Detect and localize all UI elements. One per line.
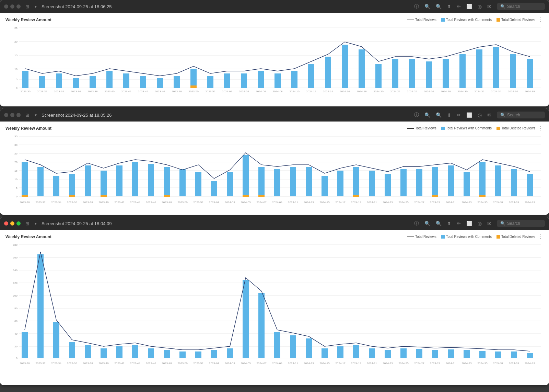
svg-rect-16 — [90, 76, 96, 88]
chart-more-icon-2[interactable]: ⋮ — [538, 125, 544, 131]
traffic-light-maximize-1[interactable] — [16, 4, 21, 9]
svg-text:160: 160 — [13, 256, 18, 259]
svg-rect-203 — [290, 335, 296, 358]
svg-rect-94 — [53, 176, 59, 196]
chart-title-3: Weekly Review Amount — [5, 234, 51, 239]
search-bar-3[interactable]: 🔍 Search — [497, 220, 545, 227]
screenshot-window-3: ⊞ ▼ Screenshot 2024-09-25 at 18.04.09 ⓘ … — [0, 217, 549, 385]
svg-rect-123 — [416, 169, 422, 196]
svg-rect-102 — [148, 164, 154, 196]
svg-rect-92 — [22, 195, 28, 197]
crop-icon-3[interactable]: ⬜ — [466, 221, 472, 226]
svg-rect-186 — [22, 332, 28, 358]
svg-rect-108 — [227, 172, 233, 196]
search-icon-1: 🔍 — [500, 4, 505, 9]
share-icon-1[interactable]: ⬆ — [447, 4, 451, 9]
svg-text:2023-38: 2023-38 — [83, 362, 93, 365]
search-bar-2[interactable]: 🔍 Search — [497, 112, 545, 118]
chart-more-icon-3[interactable]: ⋮ — [538, 233, 544, 240]
legend-blue-bar-2 — [441, 127, 445, 130]
profile-icon-3[interactable]: ◎ — [478, 221, 482, 226]
svg-text:2023-32: 2023-32 — [35, 362, 46, 365]
window-title-2: Screenshot 2024-09-25 at 18.05.26 — [42, 113, 411, 118]
pencil-icon-3[interactable]: ✏ — [457, 221, 461, 226]
search-bar-1[interactable]: 🔍 Search — [497, 3, 545, 10]
crop-icon-2[interactable]: ⬜ — [466, 112, 472, 118]
traffic-light-maximize-3[interactable] — [16, 221, 21, 226]
svg-text:2024-S3: 2024-S3 — [525, 201, 535, 204]
svg-text:2024-S3: 2024-S3 — [525, 362, 535, 365]
svg-rect-20 — [157, 78, 163, 88]
chevron-down-icon-2[interactable]: ▼ — [34, 113, 37, 117]
traffic-light-minimize-1[interactable] — [10, 4, 14, 9]
traffic-light-minimize-3[interactable] — [10, 221, 14, 226]
mail-icon-2[interactable]: ✉ — [487, 112, 491, 118]
svg-text:2023-36: 2023-36 — [67, 201, 77, 204]
svg-text:2023-44: 2023-44 — [130, 201, 140, 204]
chart-legend-3: Total Reviews Total Reviews with Comment… — [407, 235, 535, 239]
mail-icon-3[interactable]: ✉ — [487, 221, 491, 226]
svg-text:2023-42: 2023-42 — [121, 90, 131, 93]
svg-text:2023-42: 2023-42 — [114, 362, 125, 365]
traffic-light-minimize-2[interactable] — [10, 113, 14, 117]
crop-icon-1[interactable]: ⬜ — [466, 4, 472, 9]
traffic-light-close-1[interactable] — [4, 4, 8, 9]
window-title-3: Screenshot 2024-09-25 at 18.04.09 — [42, 221, 411, 226]
zoom-out-icon-2[interactable]: 🔍 — [424, 112, 430, 118]
svg-text:10: 10 — [14, 68, 17, 71]
mail-icon-1[interactable]: ✉ — [487, 4, 491, 9]
traffic-light-close-2[interactable] — [4, 113, 8, 117]
chart-title-1: Weekly Review Amount — [5, 18, 51, 22]
svg-text:2024-33: 2024-33 — [462, 201, 472, 204]
profile-icon-1[interactable]: ◎ — [478, 4, 482, 9]
traffic-light-close-3[interactable] — [4, 221, 8, 226]
svg-rect-17 — [106, 71, 113, 88]
legend-total-reviews-3: Total Reviews — [407, 235, 436, 239]
pencil-icon-1[interactable]: ✏ — [457, 4, 461, 9]
sidebar-toggle-icon-3[interactable]: ⊞ — [25, 221, 29, 226]
svg-rect-125 — [432, 195, 438, 197]
chart-more-icon-1[interactable]: ⋮ — [538, 16, 544, 23]
zoom-in-icon-3[interactable]: 🔍 — [436, 221, 442, 226]
svg-text:2024-03: 2024-03 — [225, 362, 235, 365]
share-icon-3[interactable]: ⬆ — [447, 221, 451, 226]
svg-text:2024-23: 2024-23 — [383, 201, 393, 204]
profile-icon-2[interactable]: ◎ — [478, 112, 482, 118]
svg-rect-15 — [73, 78, 79, 88]
search-icon-2: 🔍 — [500, 113, 505, 117]
zoom-out-icon-1[interactable]: 🔍 — [424, 4, 430, 9]
zoom-out-icon-3[interactable]: 🔍 — [424, 221, 430, 226]
info-icon-2[interactable]: ⓘ — [414, 112, 419, 118]
svg-rect-37 — [426, 61, 432, 88]
svg-rect-12 — [22, 71, 28, 88]
info-icon-3[interactable]: ⓘ — [414, 220, 419, 227]
svg-rect-119 — [353, 195, 359, 197]
svg-rect-95 — [69, 174, 75, 196]
pencil-icon-2[interactable]: ✏ — [457, 112, 461, 118]
svg-text:2023-50: 2023-50 — [177, 362, 188, 365]
zoom-in-icon-2[interactable]: 🔍 — [436, 112, 442, 118]
window-title-1: Screenshot 2024-09-25 at 18.06.25 — [42, 4, 411, 9]
legend-line-1 — [407, 20, 414, 20]
svg-text:2024-22: 2024-22 — [390, 90, 400, 93]
svg-text:20: 20 — [14, 161, 17, 164]
svg-text:2023-40: 2023-40 — [98, 362, 109, 365]
chevron-down-icon-1[interactable]: ▼ — [34, 5, 37, 9]
titlebar-actions-2: ⓘ 🔍 🔍 ⬆ ✏ ⬜ ◎ ✉ 🔍 Search — [414, 112, 545, 118]
chevron-down-icon-3[interactable]: ▼ — [34, 222, 37, 226]
sidebar-toggle-icon-2[interactable]: ⊞ — [25, 113, 29, 118]
info-icon-1[interactable]: ⓘ — [414, 3, 419, 10]
sidebar-toggle-icon-1[interactable]: ⊞ — [25, 4, 29, 9]
svg-rect-112 — [258, 195, 265, 197]
svg-rect-91 — [22, 162, 28, 196]
svg-rect-204 — [306, 338, 312, 358]
svg-text:2024-24: 2024-24 — [407, 90, 417, 93]
zoom-in-icon-1[interactable]: 🔍 — [436, 4, 442, 9]
svg-text:2024-35: 2024-35 — [477, 201, 488, 204]
share-icon-2[interactable]: ⬆ — [447, 112, 451, 118]
svg-text:0: 0 — [16, 87, 18, 90]
svg-text:2024-13: 2024-13 — [304, 362, 314, 365]
traffic-light-maximize-2[interactable] — [16, 113, 21, 117]
legend-deleted-label-1: Total Deleted Reviews — [501, 18, 535, 22]
svg-rect-190 — [85, 345, 91, 358]
